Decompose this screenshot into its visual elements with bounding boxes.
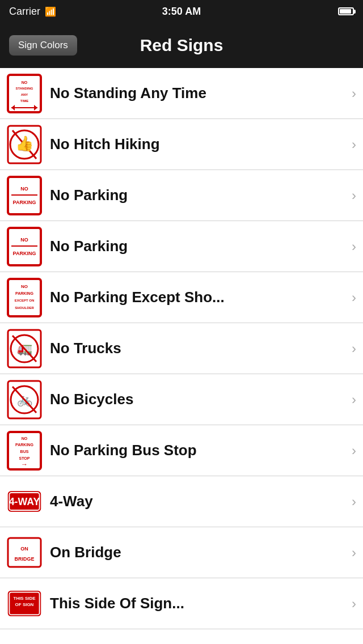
carrier-label: Carrier [9, 6, 40, 18]
svg-text:OF SIGN: OF SIGN [15, 602, 34, 607]
status-bar: Carrier 📶 3:50 AM [0, 0, 363, 23]
sign-icon-no-standing: NO STANDING ANY TIME [7, 74, 42, 113]
svg-text:EXCEPT ON: EXCEPT ON [15, 299, 35, 302]
item-label: No Parking Bus Stop [50, 442, 347, 459]
svg-text:PARKING: PARKING [13, 251, 36, 256]
status-time: 3:50 AM [162, 6, 201, 18]
sign-icon-no-bicycles: 🚲 [7, 380, 42, 420]
item-label: No Trucks [50, 340, 347, 357]
svg-text:NO: NO [22, 437, 28, 440]
item-label: 4-Way [50, 493, 347, 510]
list-item[interactable]: 4-WAY 4-Way› [0, 476, 363, 527]
sign-icon-no-parking-1: NO PARKING [7, 176, 42, 215]
list-item[interactable]: NO PARKING EXCEPT ON SHOULDER No Parking… [0, 272, 363, 323]
item-label: No Parking [50, 238, 347, 255]
item-label: No Standing Any Time [50, 84, 347, 102]
svg-text:👍: 👍 [15, 134, 34, 152]
svg-text:TIME: TIME [20, 99, 28, 103]
svg-text:PARKING: PARKING [13, 200, 36, 205]
list-item[interactable]: 🚲 No Bicycles› [0, 374, 363, 425]
list-item[interactable]: NO PARKING No Parking› [0, 221, 363, 272]
page-title: Red Signs [140, 36, 223, 55]
sign-icon-wrong-way: WRONG [7, 635, 42, 645]
svg-text:NO: NO [21, 284, 28, 289]
svg-text:4-WAY: 4-WAY [9, 496, 40, 507]
svg-text:→: → [21, 460, 28, 468]
chevron-icon: › [352, 545, 356, 561]
item-label: On Bridge [50, 544, 347, 561]
sign-icon-on-bridge: ON BRIDGE [7, 533, 42, 573]
item-label: This Side Of Sign... [50, 595, 347, 612]
sign-icon-no-parking-2: NO PARKING [7, 227, 42, 266]
list-item[interactable]: WRONG Wrong Way› [0, 629, 363, 644]
nav-bar: Sign Colors Red Signs [0, 23, 363, 68]
list-item[interactable]: NO PARKING BUS STOP → No Parking Bus Sto… [0, 425, 363, 476]
list-item[interactable]: 🚛 No Trucks› [0, 323, 363, 374]
svg-text:THIS SIDE: THIS SIDE [14, 596, 36, 601]
chevron-icon: › [352, 596, 356, 612]
svg-text:ANY: ANY [21, 93, 28, 96]
sign-icon-four-way: 4-WAY [7, 482, 42, 522]
sign-icon-no-parking-shoulder: NO PARKING EXCEPT ON SHOULDER [7, 278, 42, 317]
item-label: No Parking Except Sho... [50, 289, 347, 306]
sign-icon-no-hitch-hiking: 👍 [7, 125, 42, 164]
svg-text:STANDING: STANDING [16, 87, 33, 90]
item-label: No Parking [50, 187, 347, 204]
svg-text:ON: ON [20, 546, 28, 552]
list-item[interactable]: 👍 No Hitch Hiking› [0, 119, 363, 170]
wifi-icon: 📶 [45, 6, 56, 17]
svg-text:NO: NO [20, 186, 28, 192]
list-item[interactable]: ON BRIDGE On Bridge› [0, 527, 363, 578]
sign-icon-no-trucks: 🚛 [7, 329, 42, 368]
svg-text:PARKING: PARKING [15, 443, 33, 447]
chevron-icon: › [352, 239, 356, 255]
item-label: No Hitch Hiking [50, 135, 347, 153]
list-item[interactable]: NO PARKING No Parking› [0, 170, 363, 221]
sign-list: NO STANDING ANY TIME No Standing Any Tim… [0, 68, 363, 644]
svg-text:STOP: STOP [19, 456, 30, 460]
chevron-icon: › [352, 392, 356, 408]
chevron-icon: › [352, 188, 356, 204]
svg-text:BUS: BUS [20, 450, 29, 454]
sign-icon-no-parking-bus-stop: NO PARKING BUS STOP → [7, 431, 42, 471]
list-item[interactable]: THIS SIDE OF SIGN This Side Of Sign...› [0, 578, 363, 629]
chevron-icon: › [352, 494, 356, 510]
list-item[interactable]: NO STANDING ANY TIME No Standing Any Tim… [0, 68, 363, 119]
chevron-icon: › [352, 137, 356, 152]
svg-text:SHOULDER: SHOULDER [15, 306, 34, 310]
item-label: No Bicycles [50, 391, 347, 408]
sign-icon-this-side-of-sign: THIS SIDE OF SIGN [7, 584, 42, 624]
battery-icon [338, 7, 354, 15]
svg-text:PARKING: PARKING [15, 291, 33, 295]
svg-rect-42 [8, 538, 41, 567]
svg-text:NO: NO [22, 80, 28, 84]
chevron-icon: › [352, 86, 356, 101]
chevron-icon: › [352, 443, 356, 459]
chevron-icon: › [352, 290, 356, 306]
chevron-icon: › [352, 341, 356, 357]
svg-text:BRIDGE: BRIDGE [14, 556, 34, 562]
back-button[interactable]: Sign Colors [9, 35, 77, 56]
svg-text:NO: NO [20, 237, 28, 243]
